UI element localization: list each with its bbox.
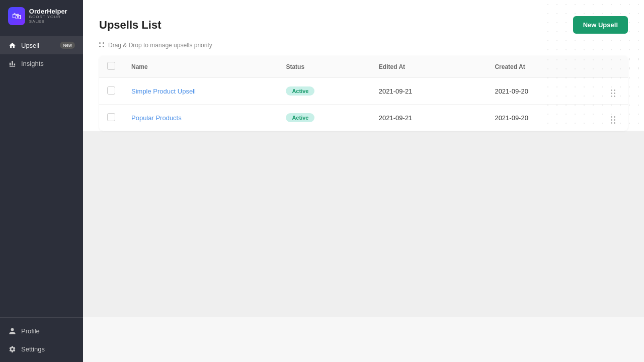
main-bottom [83, 131, 644, 317]
row-0-edited-cell: 2021-09-21 [371, 78, 487, 105]
col-header-edited: Edited At [371, 56, 487, 78]
settings-icon [8, 345, 16, 353]
logo-name: OrderHelper [29, 8, 75, 15]
sidebar-item-label-profile: Profile [21, 327, 40, 335]
table-body: Simple Product Upsell Active 2021-09-21 … [99, 78, 628, 131]
main-content: Upsells List New Upsell Drag & Drop to m… [83, 0, 644, 362]
sidebar-item-settings[interactable]: Settings [0, 340, 83, 358]
sidebar-item-label-upsell: Upsell [21, 42, 39, 49]
col-header-name: Name [123, 56, 278, 78]
row-0-drag-handle[interactable] [611, 89, 615, 97]
table-header: Name Status Edited At Created At [99, 56, 628, 78]
sidebar-item-upsell[interactable]: Upsell New [0, 36, 83, 54]
logo-tagline: BOOST YOUR SALES [29, 15, 75, 24]
drag-hint-text: Drag & Drop to manage upsells priority [108, 42, 212, 49]
col-header-checkbox [99, 56, 123, 78]
row-1-status-cell: Active [278, 105, 370, 131]
profile-icon [8, 327, 16, 335]
row-1-edited-cell: 2021-09-21 [371, 105, 487, 131]
sidebar-item-profile[interactable]: Profile [0, 322, 83, 340]
upsells-table: Name Status Edited At Created At Simple … [99, 56, 628, 131]
row-1-actions-cell [603, 105, 628, 131]
page-title: Upsells List [99, 19, 161, 32]
logo-icon: 🛍 [8, 7, 25, 25]
main-top-wrapper: Upsells List New Upsell Drag & Drop to m… [83, 0, 644, 131]
row-1-created-cell: 2021-09-20 [487, 105, 603, 131]
row-1-drag-handle[interactable] [611, 116, 615, 124]
new-upsell-button[interactable]: New Upsell [573, 16, 628, 34]
page-header: Upsells List New Upsell [99, 0, 628, 42]
sidebar-item-label-insights: Insights [21, 60, 44, 67]
logo: 🛍 OrderHelper BOOST YOUR SALES [0, 0, 83, 32]
row-1-checkbox-cell [99, 105, 123, 131]
row-0-checkbox-cell [99, 78, 123, 105]
row-1-name-link[interactable]: Popular Products [131, 114, 182, 122]
select-all-checkbox[interactable] [107, 62, 115, 70]
table-row: Simple Product Upsell Active 2021-09-21 … [99, 78, 628, 105]
col-header-actions [603, 56, 628, 78]
row-0-status-cell: Active [278, 78, 370, 105]
sidebar-nav: Upsell New Insights [0, 32, 83, 317]
drag-hint-icon [99, 42, 105, 48]
sidebar-item-insights[interactable]: Insights [0, 54, 83, 72]
col-header-created: Created At [487, 56, 603, 78]
row-0-created-cell: 2021-09-20 [487, 78, 603, 105]
sidebar-bottom: Profile Settings [0, 317, 83, 362]
row-0-name-cell: Simple Product Upsell [123, 78, 278, 105]
sidebar-item-label-settings: Settings [21, 345, 45, 353]
row-1-name-cell: Popular Products [123, 105, 278, 131]
row-0-status-badge: Active [286, 86, 314, 96]
home-icon [8, 41, 16, 49]
drag-hint: Drag & Drop to manage upsells priority [99, 42, 628, 49]
row-1-status-badge: Active [286, 113, 314, 122]
new-badge: New [60, 42, 75, 49]
row-0-name-link[interactable]: Simple Product Upsell [131, 87, 196, 95]
col-header-status: Status [278, 56, 370, 78]
table-row: Popular Products Active 2021-09-21 2021-… [99, 105, 628, 131]
row-0-checkbox[interactable] [107, 86, 115, 95]
row-0-actions-cell [603, 78, 628, 105]
content-area: Upsells List New Upsell Drag & Drop to m… [83, 0, 644, 131]
insights-icon [8, 59, 16, 67]
row-1-checkbox[interactable] [107, 113, 115, 121]
sidebar: 🛍 OrderHelper BOOST YOUR SALES Upsell Ne… [0, 0, 83, 362]
